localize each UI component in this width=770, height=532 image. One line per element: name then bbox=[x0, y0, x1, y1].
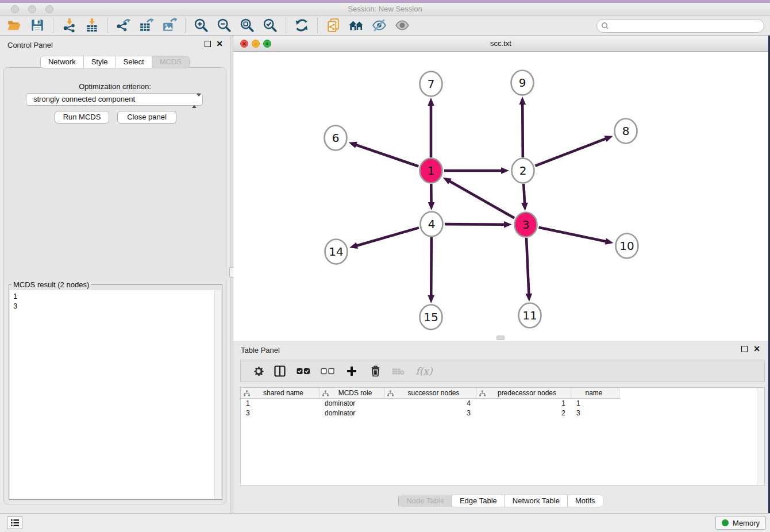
column-header-MCDS-role[interactable]: MCDS role bbox=[319, 388, 384, 399]
edge-arrowhead bbox=[504, 221, 512, 228]
network-window-title: scc.txt bbox=[233, 36, 768, 51]
graph-node-label: 3 bbox=[522, 218, 530, 232]
edge-1-6[interactable] bbox=[355, 145, 418, 167]
table-cell: 1 bbox=[476, 399, 571, 408]
select-all-checkboxes-icon[interactable] bbox=[291, 363, 315, 379]
search-box bbox=[596, 19, 764, 33]
network-canvas[interactable]: 7968124314101511 bbox=[233, 52, 768, 341]
mcds-result-box[interactable]: 1 3 bbox=[10, 290, 221, 499]
minimize-window-button[interactable] bbox=[28, 5, 36, 13]
task-history-button[interactable] bbox=[7, 516, 22, 529]
edge-arrowhead bbox=[428, 202, 435, 210]
sort-hierarchy-icon bbox=[387, 390, 394, 396]
first-neighbors-icon[interactable] bbox=[346, 17, 366, 34]
table-cell: 1 bbox=[241, 399, 319, 408]
import-network-icon[interactable] bbox=[59, 17, 79, 34]
column-header-successor-nodes[interactable]: successor nodes bbox=[384, 388, 476, 399]
table-row[interactable]: 1dominator411 bbox=[241, 399, 764, 408]
float-table-panel-icon[interactable] bbox=[741, 346, 748, 352]
table-tab-node-table[interactable]: Node Table bbox=[399, 495, 452, 507]
node-table: shared nameMCDS rolesuccessor nodesprede… bbox=[240, 387, 765, 485]
table-cell: 3 bbox=[241, 408, 319, 418]
edge-2-8[interactable] bbox=[535, 138, 606, 166]
mcds-result-text: 1 3 bbox=[10, 290, 221, 312]
table-row[interactable]: 3dominator323 bbox=[241, 408, 764, 418]
show-all-icon[interactable] bbox=[392, 17, 412, 34]
edge-3-10[interactable] bbox=[539, 228, 607, 242]
hide-selected-icon[interactable] bbox=[369, 17, 389, 34]
table-tab-motifs[interactable]: Motifs bbox=[567, 495, 603, 507]
edge-arrowhead bbox=[501, 167, 509, 174]
criterion-select[interactable]: strongly connected component bbox=[26, 93, 203, 106]
close-window-button[interactable] bbox=[11, 5, 19, 13]
criterion-value: strongly connected component bbox=[33, 95, 135, 103]
column-header-name[interactable]: name bbox=[571, 388, 619, 399]
close-panel-button[interactable]: Close panel bbox=[117, 111, 176, 124]
table-scrollbar[interactable] bbox=[757, 388, 764, 485]
edge-3-11[interactable] bbox=[526, 238, 529, 295]
run-mcds-button[interactable]: Run MCDS bbox=[55, 111, 109, 124]
tab-select[interactable]: Select bbox=[116, 56, 152, 68]
zoom-network-button[interactable]: + bbox=[263, 40, 271, 48]
settings-icon[interactable] bbox=[249, 363, 268, 379]
graph-node-label: 4 bbox=[428, 217, 436, 231]
open-session-icon[interactable] bbox=[5, 17, 24, 34]
deselect-all-checkboxes-icon[interactable] bbox=[315, 363, 340, 379]
network-resize-grip[interactable] bbox=[496, 336, 505, 340]
search-input[interactable] bbox=[596, 19, 764, 33]
result-scrollbar[interactable] bbox=[214, 290, 221, 499]
tab-mcds[interactable]: MCDS bbox=[152, 56, 189, 68]
float-panel-icon[interactable] bbox=[205, 41, 211, 47]
zoom-out-icon[interactable] bbox=[214, 17, 234, 34]
close-table-panel-icon[interactable]: ✕ bbox=[753, 345, 760, 353]
delete-table-icon bbox=[387, 363, 410, 379]
application-window: Session: New Session bbox=[0, 0, 770, 532]
edge-2-3[interactable] bbox=[523, 184, 525, 204]
close-network-button[interactable]: ✕ bbox=[240, 40, 248, 48]
graph-node-label: 8 bbox=[622, 124, 630, 138]
export-table-icon[interactable] bbox=[137, 17, 156, 34]
toolbar-separator bbox=[107, 18, 108, 33]
column-header-label: successor nodes bbox=[394, 389, 476, 397]
edge-arrowhead bbox=[428, 295, 434, 303]
edge-4-14[interactable] bbox=[356, 228, 419, 246]
close-panel-icon[interactable]: ✕ bbox=[216, 40, 223, 48]
toolbar-separator bbox=[286, 18, 286, 33]
delete-column-icon[interactable] bbox=[364, 363, 387, 379]
table-tab-network-table[interactable]: Network Table bbox=[505, 495, 567, 507]
import-table-icon[interactable] bbox=[82, 17, 102, 34]
edge-3-1[interactable] bbox=[449, 181, 514, 218]
add-column-icon[interactable] bbox=[340, 363, 364, 379]
edge-4-15[interactable] bbox=[431, 237, 432, 296]
zoom-fit-icon[interactable] bbox=[237, 17, 257, 34]
column-header-predecessor-nodes[interactable]: predecessor nodes bbox=[476, 388, 571, 399]
edge-2-9[interactable] bbox=[522, 103, 523, 157]
table-tab-edge-table[interactable]: Edge Table bbox=[452, 495, 505, 507]
split-view-icon[interactable] bbox=[268, 363, 291, 379]
memory-label: Memory bbox=[733, 519, 760, 527]
memory-button[interactable]: Memory bbox=[715, 516, 766, 530]
edge-arrowhead bbox=[521, 203, 528, 211]
edge-arrowhead bbox=[428, 98, 434, 106]
mcds-result-group: MCDS result (2 nodes) 1 3 bbox=[9, 280, 222, 500]
control-panel-header: Control Panel ✕ bbox=[0, 36, 230, 54]
zoom-selected-icon[interactable] bbox=[260, 17, 280, 34]
edge-arrowhead bbox=[526, 294, 533, 302]
edge-arrowhead bbox=[349, 142, 357, 148]
save-session-icon[interactable] bbox=[28, 17, 47, 34]
tab-style[interactable]: Style bbox=[83, 56, 116, 68]
tab-network[interactable]: Network bbox=[41, 56, 83, 68]
apply-layout-icon[interactable] bbox=[292, 17, 311, 34]
table-cell: 4 bbox=[384, 399, 476, 408]
toolbar-separator bbox=[185, 18, 186, 33]
export-network-icon[interactable] bbox=[114, 17, 133, 34]
minimize-network-button[interactable]: − bbox=[252, 40, 260, 48]
edge-4-3[interactable] bbox=[445, 224, 505, 225]
zoom-in-icon[interactable] bbox=[191, 17, 211, 34]
new-network-from-selection-icon[interactable] bbox=[324, 17, 343, 34]
export-image-icon[interactable] bbox=[160, 17, 179, 34]
window-title: Session: New Session bbox=[0, 3, 770, 15]
column-header-shared-name[interactable]: shared name bbox=[241, 388, 319, 399]
graph-node-label: 14 bbox=[329, 245, 343, 259]
zoom-window-button[interactable] bbox=[45, 5, 53, 13]
